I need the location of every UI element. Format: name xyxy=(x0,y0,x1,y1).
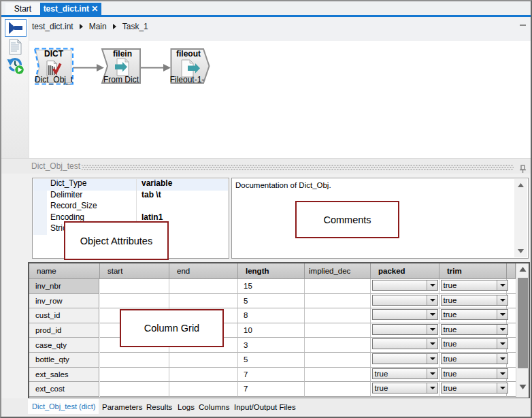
svg-text:filein: filein xyxy=(113,48,132,58)
svg-text:fileout: fileout xyxy=(176,48,201,58)
svg-text:Fileout-1-: Fileout-1- xyxy=(170,75,205,84)
svg-text:From Dict: From Dict xyxy=(103,75,139,84)
svg-text:DICT: DICT xyxy=(44,48,64,58)
svg-text:Dict_Obj_t: Dict_Obj_t xyxy=(35,75,73,84)
